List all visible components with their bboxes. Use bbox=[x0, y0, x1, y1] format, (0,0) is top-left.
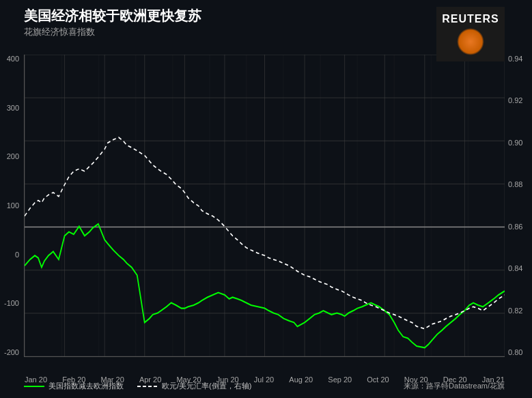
legend-item-dashed: 欧元/美元汇率(倒置，右轴) bbox=[137, 381, 251, 391]
legend-dashed-label: 欧元/美元汇率(倒置，右轴) bbox=[162, 381, 251, 391]
reuters-dot-icon bbox=[457, 28, 484, 55]
reuters-logo: REUTERS bbox=[436, 7, 505, 61]
y-right-label-082: 0.82 bbox=[506, 307, 524, 315]
y-right-label-092: 0.92 bbox=[506, 96, 524, 104]
y-right-label-080: 0.80 bbox=[506, 348, 524, 356]
y-left-label-300: 300 bbox=[5, 104, 21, 112]
legend-dashed-icon bbox=[137, 383, 158, 390]
y-axis-left: 400 300 200 100 0 -100 -200 bbox=[1, 55, 21, 356]
x-label-aug20: Aug 20 bbox=[289, 375, 313, 384]
y-axis-right: 0.94 0.92 0.90 0.88 0.86 0.84 0.82 0.80 bbox=[506, 55, 532, 356]
legend: 美国指数减去欧洲指数 欧元/美元汇率(倒置，右轴) bbox=[24, 381, 251, 391]
x-label-oct20: Oct 20 bbox=[367, 375, 389, 384]
y-right-label-084: 0.84 bbox=[506, 264, 524, 272]
y-left-label-n200: -200 bbox=[2, 348, 21, 356]
legend-item-solid: 美国指数减去欧洲指数 bbox=[24, 381, 124, 391]
y-right-label-094: 0.94 bbox=[506, 55, 524, 63]
y-right-label-088: 0.88 bbox=[506, 180, 524, 188]
x-label-sep20: Sep 20 bbox=[328, 375, 352, 384]
legend-solid-icon bbox=[24, 383, 44, 390]
y-right-label-086: 0.86 bbox=[506, 223, 524, 231]
y-left-label-0: 0 bbox=[13, 251, 21, 259]
y-right-label-090: 0.90 bbox=[506, 139, 524, 147]
chart-container: 美国经济相较于欧洲更快复苏 花旗经济惊喜指数 REUTERS 400 300 2… bbox=[0, 0, 532, 398]
sub-title: 花旗经济惊喜指数 bbox=[24, 26, 201, 38]
y-left-label-100: 100 bbox=[5, 201, 21, 210]
y-left-label-n100: -100 bbox=[2, 299, 21, 307]
source-text: 来源：路孚特Datastream/花旗 bbox=[404, 381, 505, 391]
x-label-jul20: Jul 20 bbox=[254, 375, 274, 384]
reuters-text: REUTERS bbox=[442, 13, 499, 25]
main-title: 美国经济相较于欧洲更快复苏 bbox=[24, 7, 201, 25]
y-left-label-400: 400 bbox=[5, 55, 21, 63]
title-area: 美国经济相较于欧洲更快复苏 花旗经济惊喜指数 bbox=[24, 7, 201, 38]
legend-solid-label: 美国指数减去欧洲指数 bbox=[48, 381, 124, 391]
chart-area: 400 300 200 100 0 -100 -200 0.94 0.92 0.… bbox=[24, 55, 505, 357]
chart-svg bbox=[25, 55, 505, 356]
y-left-label-200: 200 bbox=[5, 152, 21, 160]
